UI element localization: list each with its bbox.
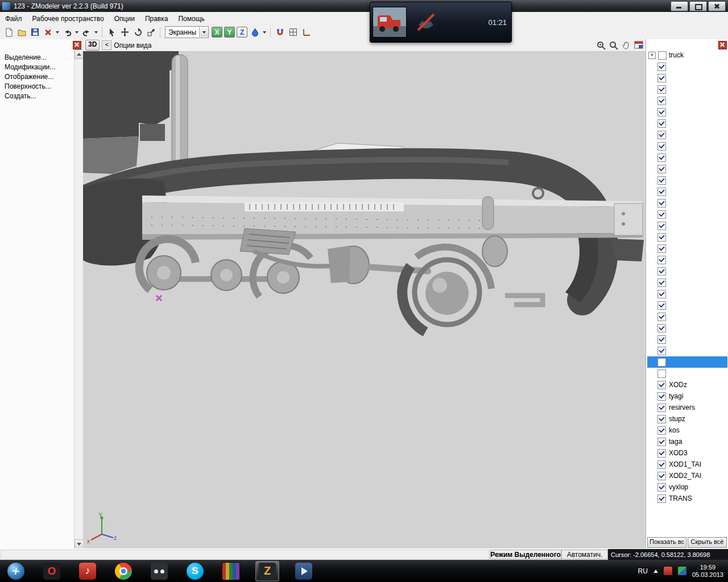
layer-row[interactable] (647, 277, 727, 288)
layer-checkbox[interactable] (657, 301, 666, 310)
show-hidden-icons-icon[interactable] (653, 569, 658, 573)
layer-checkbox[interactable] (657, 472, 666, 480)
layer-checkbox[interactable] (657, 324, 666, 332)
media-app-icon[interactable] (292, 562, 315, 581)
layer-checkbox[interactable] (657, 392, 666, 401)
layer-row-XOD2_TAI[interactable]: XOD2_TAI (647, 470, 727, 481)
layer-checkbox[interactable] (658, 51, 667, 60)
scale-tool-icon[interactable] (145, 27, 156, 38)
layer-checkbox[interactable] (657, 335, 666, 344)
layer-checkbox[interactable] (657, 244, 666, 253)
axis-x-button[interactable]: X (212, 27, 222, 38)
expander-icon[interactable]: + (648, 52, 656, 59)
scroll-up-icon[interactable] (75, 49, 84, 59)
rotate-tool-icon[interactable] (132, 27, 143, 38)
tray-icon-color[interactable] (678, 567, 686, 575)
layer-row-truck[interactable]: + truck (647, 49, 727, 61)
left-panel-close-icon[interactable] (73, 41, 81, 49)
layer-checkbox[interactable] (657, 381, 666, 389)
layer-row[interactable] (647, 322, 727, 334)
left-panel-item[interactable]: Выделение... (5, 53, 83, 63)
layer-checkbox[interactable] (657, 426, 666, 435)
left-panel-item[interactable]: Модификации... (5, 63, 83, 72)
layer-row[interactable] (647, 174, 727, 186)
video-overlay[interactable]: 01:21 (370, 2, 512, 43)
layer-checkbox[interactable] (657, 165, 666, 173)
menu-item[interactable]: Рабочее пространство (27, 13, 109, 25)
layer-row[interactable] (647, 118, 727, 129)
redo-icon[interactable] (81, 27, 92, 38)
left-panel-scrollbar[interactable] (74, 49, 83, 549)
redo-dropdown-caret[interactable] (94, 31, 98, 34)
undo-icon[interactable] (61, 27, 73, 38)
menu-item[interactable]: Опции (109, 13, 140, 25)
glasses-app-icon[interactable] (148, 562, 171, 581)
delete-dropdown-caret[interactable] (56, 31, 59, 34)
open-file-icon[interactable] (16, 27, 27, 38)
chrome-icon[interactable] (112, 562, 135, 581)
layer-row[interactable] (647, 220, 727, 231)
layer-checkbox[interactable] (657, 210, 666, 219)
layer-row-XOD3[interactable]: XOD3 (647, 447, 727, 459)
layer-checkbox[interactable] (657, 494, 666, 503)
layer-checkbox[interactable] (657, 460, 666, 469)
layer-row[interactable] (647, 61, 727, 72)
layer-checkbox[interactable] (657, 347, 666, 355)
layer-row[interactable] (647, 129, 727, 140)
layer-checkbox[interactable] (657, 199, 666, 207)
zoom-icon[interactable] (609, 40, 619, 51)
material-dropdown-caret[interactable] (263, 31, 266, 34)
layer-row[interactable] (647, 140, 727, 152)
layer-checkbox[interactable] (657, 188, 666, 196)
layer-checkbox[interactable] (657, 483, 666, 492)
library-icon[interactable] (220, 562, 242, 581)
scroll-down-icon[interactable] (75, 539, 84, 549)
layer-row-vyxlop[interactable]: vyxlop (647, 481, 727, 493)
material-drop-icon[interactable] (249, 27, 260, 38)
menu-item[interactable]: Помощь (173, 13, 209, 25)
axes-icon[interactable] (300, 27, 312, 38)
layer-checkbox[interactable] (657, 131, 666, 139)
layer-row-stupz[interactable]: stupz (647, 413, 727, 425)
layer-checkbox[interactable] (657, 358, 666, 367)
layer-row[interactable] (647, 243, 727, 254)
layer-row[interactable] (647, 334, 727, 345)
minimize-button[interactable] (671, 1, 688, 11)
layer-row-TRANS[interactable]: TRANS (647, 493, 727, 504)
layer-checkbox[interactable] (657, 108, 666, 117)
layer-row[interactable] (647, 254, 727, 265)
layer-row[interactable] (647, 368, 727, 379)
pan-hand-icon[interactable] (621, 40, 631, 51)
hide-all-button[interactable]: Скрыть всё (688, 537, 727, 548)
menu-item[interactable]: Правка (140, 13, 173, 25)
layer-row-XODz[interactable]: XODz (647, 379, 727, 390)
layer-row[interactable] (647, 356, 727, 368)
screen-mode-dropdown[interactable]: Экранны (165, 26, 209, 38)
layer-row[interactable] (647, 345, 727, 356)
maximize-viewport-icon[interactable] (634, 40, 644, 51)
magnet-icon[interactable] (274, 27, 286, 38)
viewport-back-button[interactable]: < (102, 40, 111, 50)
show-all-button[interactable]: Показать вс (647, 537, 686, 548)
layer-checkbox[interactable] (657, 233, 666, 242)
undo-dropdown-caret[interactable] (75, 31, 78, 34)
start-button[interactable] (5, 562, 27, 581)
layer-row[interactable] (647, 311, 727, 322)
language-indicator[interactable]: RU (638, 567, 648, 575)
layers-panel-close-icon[interactable] (718, 41, 727, 49)
axis-y-button[interactable]: Y (224, 27, 235, 38)
layer-row[interactable] (647, 209, 727, 220)
layer-checkbox[interactable] (657, 290, 666, 298)
layer-row-tyagi[interactable]: tyagi (647, 390, 727, 402)
layer-checkbox[interactable] (657, 119, 666, 128)
zoom-in-icon[interactable] (596, 40, 606, 51)
select-tool-icon[interactable] (106, 27, 117, 38)
layer-row-taga[interactable]: taga (647, 436, 727, 447)
layer-checkbox[interactable] (657, 176, 666, 185)
grid-icon[interactable] (287, 27, 299, 38)
layer-checkbox[interactable] (657, 85, 666, 94)
layer-row[interactable] (647, 84, 727, 95)
viewport-canvas[interactable]: Y z x (83, 51, 646, 549)
layer-row[interactable] (647, 186, 727, 197)
layer-row-resirvers[interactable]: resirvers (647, 402, 727, 413)
